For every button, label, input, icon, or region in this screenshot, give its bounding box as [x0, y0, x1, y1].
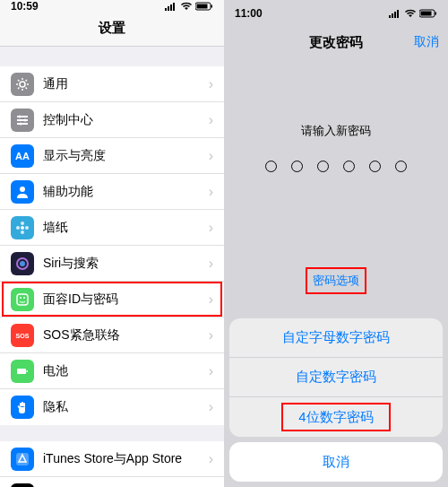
svg-rect-2 — [170, 4, 172, 11]
passcode-screen: 11:00 更改密码 取消 请输入新密码 密码选项 自定字母 — [224, 0, 448, 487]
svg-rect-36 — [394, 12, 396, 18]
action-sheet-cancel[interactable]: 取消 — [229, 442, 443, 482]
svg-rect-23 — [17, 294, 28, 305]
svg-point-7 — [20, 82, 25, 87]
svg-rect-27 — [17, 369, 26, 374]
svg-text:SOS: SOS — [16, 333, 30, 339]
chevron-right-icon: › — [209, 399, 213, 415]
status-icons — [165, 2, 213, 11]
chevron-right-icon: › — [209, 220, 213, 236]
chevron-right-icon: › — [209, 291, 213, 308]
face-icon — [11, 288, 34, 311]
svg-rect-37 — [397, 10, 399, 18]
svg-point-17 — [21, 222, 24, 225]
chevron-right-icon: › — [209, 451, 213, 467]
passcode-dot — [317, 161, 329, 172]
svg-point-20 — [25, 226, 29, 230]
passcode-area: 请输入新密码 密码选项 — [224, 60, 448, 318]
svg-point-16 — [21, 226, 24, 230]
svg-rect-10 — [17, 123, 28, 125]
passcode-prompt: 请输入新密码 — [301, 123, 371, 139]
status-bar: 10:59 — [0, 0, 224, 13]
wifi-icon — [404, 9, 417, 18]
cancel-button[interactable]: 取消 — [414, 34, 439, 50]
settings-row[interactable]: 电池› — [0, 353, 224, 389]
status-icons — [389, 9, 437, 18]
settings-row[interactable]: SOSSOS紧急联络› — [0, 317, 224, 353]
settings-row[interactable]: 隐私› — [0, 389, 224, 425]
svg-point-13 — [20, 122, 22, 125]
nav-title: 更改密码 — [309, 34, 363, 49]
wallet-icon — [11, 483, 34, 487]
svg-rect-40 — [435, 13, 437, 15]
person-icon — [11, 180, 34, 204]
nav-title: 设置 — [99, 20, 125, 35]
row-label: 辅助功能 — [43, 184, 209, 200]
row-label: 控制中心 — [43, 112, 209, 128]
passcode-dot — [395, 161, 407, 172]
row-label: 隐私 — [43, 399, 209, 415]
settings-row[interactable]: 控制中心› — [0, 102, 224, 138]
settings-row[interactable]: 钱包与Apple Pay› — [0, 477, 224, 487]
settings-row[interactable]: 面容ID与密码› — [0, 282, 224, 317]
sheet-option[interactable]: 4位数字密码 — [229, 397, 443, 437]
appstore-icon — [11, 448, 34, 471]
svg-text:AA: AA — [15, 151, 30, 161]
svg-rect-3 — [173, 3, 175, 11]
row-label: 通用 — [43, 76, 209, 92]
svg-rect-34 — [389, 15, 391, 18]
svg-rect-35 — [392, 13, 393, 18]
nav-header: 更改密码 取消 — [224, 27, 448, 60]
nav-header: 设置 — [0, 13, 224, 47]
battery-icon — [11, 360, 34, 383]
siri-icon — [11, 252, 34, 275]
passcode-body: 请输入新密码 密码选项 自定字母数字密码自定数字密码4位数字密码 取消 — [224, 60, 448, 487]
svg-point-15 — [20, 187, 25, 192]
settings-list: 通用›控制中心›AA显示与亮度›辅助功能›墙纸›Siri与搜索›面容ID与密码›… — [0, 47, 224, 487]
signal-icon — [389, 9, 401, 18]
svg-rect-5 — [197, 4, 208, 9]
row-label: 显示与亮度 — [43, 148, 209, 164]
gear-icon — [11, 73, 34, 96]
row-label: iTunes Store与App Store — [43, 451, 209, 467]
passcode-dots — [265, 161, 407, 172]
action-sheet: 自定字母数字密码自定数字密码4位数字密码 — [229, 318, 443, 437]
sheet-option[interactable]: 自定数字密码 — [229, 358, 443, 397]
aa-icon: AA — [11, 144, 34, 168]
sliders-icon — [11, 109, 34, 132]
svg-rect-1 — [168, 6, 169, 11]
svg-point-18 — [21, 230, 24, 234]
sheet-option[interactable]: 自定字母数字密码 — [229, 318, 443, 358]
settings-row[interactable]: iTunes Store与App Store› — [0, 441, 224, 477]
settings-row[interactable]: 辅助功能› — [0, 174, 224, 210]
signal-icon — [165, 2, 177, 11]
settings-row[interactable]: AA显示与亮度› — [0, 138, 224, 174]
status-bar: 11:00 — [224, 0, 448, 27]
svg-point-25 — [23, 297, 25, 299]
svg-rect-39 — [421, 12, 432, 16]
row-label: 墙纸 — [43, 220, 209, 236]
chevron-right-icon: › — [209, 363, 213, 379]
passcode-options-label: 密码选项 — [313, 274, 359, 287]
row-label: SOS紧急联络 — [43, 327, 209, 344]
svg-point-12 — [24, 118, 27, 121]
sos-icon: SOS — [11, 324, 34, 347]
chevron-right-icon: › — [209, 76, 213, 92]
battery-icon — [419, 9, 437, 18]
row-label: 面容ID与密码 — [43, 291, 209, 308]
flower-icon — [11, 216, 34, 239]
hand-icon — [11, 396, 34, 419]
battery-icon — [195, 2, 213, 11]
settings-row[interactable]: Siri与搜索› — [0, 246, 224, 282]
settings-row[interactable]: 墙纸› — [0, 210, 224, 246]
chevron-right-icon: › — [209, 184, 213, 200]
passcode-options-link[interactable]: 密码选项 — [309, 271, 363, 291]
row-label: Siri与搜索 — [43, 256, 209, 272]
settings-row[interactable]: 通用› — [0, 66, 224, 102]
svg-rect-6 — [211, 5, 213, 8]
passcode-dot — [369, 161, 381, 172]
chevron-right-icon: › — [209, 148, 213, 164]
svg-rect-28 — [27, 370, 29, 372]
status-time: 10:59 — [11, 0, 39, 13]
svg-point-19 — [16, 226, 20, 230]
